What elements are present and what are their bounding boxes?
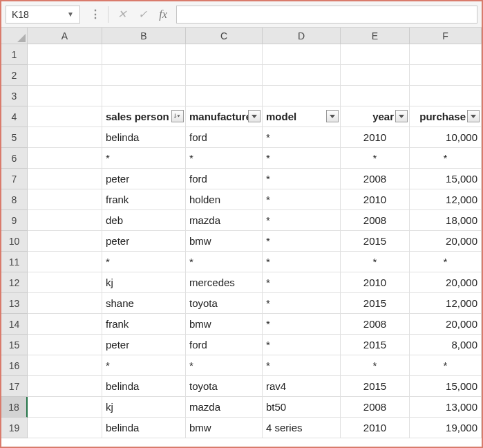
cell-E6[interactable]: *: [341, 148, 410, 169]
cell-D7[interactable]: *: [263, 169, 341, 189]
cell-A11[interactable]: [28, 252, 102, 272]
cell-F9[interactable]: 18,000: [410, 210, 482, 231]
column-header-E[interactable]: E: [341, 28, 410, 44]
cell-D14[interactable]: *: [263, 314, 341, 335]
cell-D1[interactable]: [263, 44, 341, 65]
row-header-6[interactable]: 6: [1, 148, 28, 169]
cell-C9[interactable]: mazda: [186, 210, 263, 231]
cell-F18[interactable]: 13,000: [410, 397, 482, 418]
cell-F3[interactable]: [410, 86, 482, 106]
cell-C4[interactable]: manufacturer: [186, 106, 263, 127]
cell-E9[interactable]: 2008: [341, 210, 410, 231]
cell-D6[interactable]: *: [263, 148, 341, 169]
name-box[interactable]: K18 ▼: [6, 6, 80, 24]
formula-input[interactable]: [176, 6, 477, 24]
cell-D9[interactable]: *: [263, 210, 341, 231]
cell-B13[interactable]: shane: [102, 293, 186, 314]
cell-A4[interactable]: [28, 106, 102, 127]
column-header-F[interactable]: F: [410, 28, 482, 44]
cell-E14[interactable]: 2008: [341, 314, 410, 335]
cell-B4[interactable]: sales person: [102, 106, 186, 127]
cell-B18[interactable]: kj: [102, 397, 186, 418]
cell-B9[interactable]: deb: [102, 210, 186, 231]
row-header-8[interactable]: 8: [1, 189, 28, 210]
cell-A10[interactable]: [28, 231, 102, 252]
row-header-14[interactable]: 14: [1, 314, 28, 335]
cell-D2[interactable]: [263, 65, 341, 86]
cell-F14[interactable]: 20,000: [410, 314, 482, 335]
cell-B8[interactable]: frank: [102, 189, 186, 210]
cell-B6[interactable]: *: [102, 148, 186, 169]
column-header-B[interactable]: B: [102, 28, 186, 44]
cell-B17[interactable]: belinda: [102, 376, 186, 397]
cell-E10[interactable]: 2015: [341, 231, 410, 252]
cell-F10[interactable]: 20,000: [410, 231, 482, 252]
cell-A7[interactable]: [28, 169, 102, 189]
row-header-5[interactable]: 5: [1, 127, 28, 148]
cell-D8[interactable]: *: [263, 189, 341, 210]
cell-E16[interactable]: *: [341, 355, 410, 376]
cell-C6[interactable]: *: [186, 148, 263, 169]
cell-B14[interactable]: frank: [102, 314, 186, 335]
cell-E8[interactable]: 2010: [341, 189, 410, 210]
filter-button-C[interactable]: [248, 110, 261, 122]
cell-A6[interactable]: [28, 148, 102, 169]
cell-E13[interactable]: 2015: [341, 293, 410, 314]
cell-B1[interactable]: [102, 44, 186, 65]
cell-B11[interactable]: *: [102, 252, 186, 272]
row-header-11[interactable]: 11: [1, 252, 28, 272]
cell-F4[interactable]: purchase: [410, 106, 482, 127]
cell-E7[interactable]: 2008: [341, 169, 410, 189]
cell-A9[interactable]: [28, 210, 102, 231]
cell-F13[interactable]: 12,000: [410, 293, 482, 314]
cell-D13[interactable]: *: [263, 293, 341, 314]
cell-A12[interactable]: [28, 272, 102, 293]
cell-C5[interactable]: ford: [186, 127, 263, 148]
cell-D10[interactable]: *: [263, 231, 341, 252]
filter-button-E[interactable]: [395, 110, 408, 122]
cell-C13[interactable]: toyota: [186, 293, 263, 314]
cell-F7[interactable]: 15,000: [410, 169, 482, 189]
row-header-19[interactable]: 19: [1, 418, 28, 438]
cell-A13[interactable]: [28, 293, 102, 314]
cell-A17[interactable]: [28, 376, 102, 397]
cell-D15[interactable]: *: [263, 335, 341, 355]
cell-A1[interactable]: [28, 44, 102, 65]
row-header-16[interactable]: 16: [1, 355, 28, 376]
cell-E11[interactable]: *: [341, 252, 410, 272]
cell-A15[interactable]: [28, 335, 102, 355]
cell-E2[interactable]: [341, 65, 410, 86]
cell-C8[interactable]: holden: [186, 189, 263, 210]
cell-F19[interactable]: 19,000: [410, 418, 482, 438]
cell-D18[interactable]: bt50: [263, 397, 341, 418]
cell-F6[interactable]: *: [410, 148, 482, 169]
cell-C3[interactable]: [186, 86, 263, 106]
name-box-dropdown-icon[interactable]: ▼: [67, 10, 74, 18]
cell-D16[interactable]: *: [263, 355, 341, 376]
cell-B2[interactable]: [102, 65, 186, 86]
cell-E18[interactable]: 2008: [341, 397, 410, 418]
cell-A5[interactable]: [28, 127, 102, 148]
row-header-12[interactable]: 12: [1, 272, 28, 293]
cell-B15[interactable]: peter: [102, 335, 186, 355]
row-header-2[interactable]: 2: [1, 65, 28, 86]
cell-C19[interactable]: bmw: [186, 418, 263, 438]
cell-D12[interactable]: *: [263, 272, 341, 293]
cell-F17[interactable]: 15,000: [410, 376, 482, 397]
cell-E15[interactable]: 2015: [341, 335, 410, 355]
cell-A3[interactable]: [28, 86, 102, 106]
cell-F8[interactable]: 12,000: [410, 189, 482, 210]
cell-C10[interactable]: bmw: [186, 231, 263, 252]
cell-A2[interactable]: [28, 65, 102, 86]
cell-B5[interactable]: belinda: [102, 127, 186, 148]
filter-button-F[interactable]: [467, 110, 480, 122]
cell-E1[interactable]: [341, 44, 410, 65]
cell-A18[interactable]: [28, 397, 102, 418]
cell-F16[interactable]: *: [410, 355, 482, 376]
filter-button-D[interactable]: [326, 110, 339, 122]
cell-D5[interactable]: *: [263, 127, 341, 148]
cell-A14[interactable]: [28, 314, 102, 335]
cell-B16[interactable]: *: [102, 355, 186, 376]
column-header-A[interactable]: A: [28, 28, 102, 44]
cell-D17[interactable]: rav4: [263, 376, 341, 397]
